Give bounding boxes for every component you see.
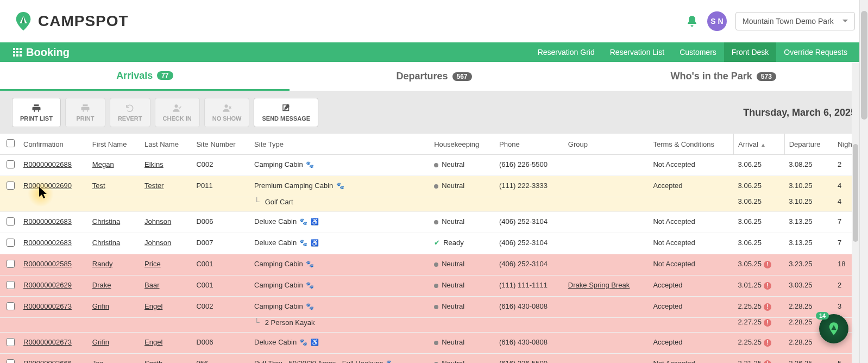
tab-whos-in-park[interactable]: Who's in the Park 573 xyxy=(578,62,868,91)
nav-override-requests[interactable]: Override Requests xyxy=(776,42,855,62)
table-row[interactable]: R00000002690TestTesterP011Premium Campin… xyxy=(0,176,868,197)
col-site-number[interactable]: Site Number xyxy=(192,134,250,155)
last-name-link[interactable]: Engel xyxy=(144,338,162,346)
nav-reservation-list[interactable]: Reservation List xyxy=(602,42,672,62)
last-name-link[interactable]: Tester xyxy=(144,182,163,190)
no-show-button[interactable]: NO SHOW xyxy=(204,98,250,127)
phone: (406) 252-3104 xyxy=(495,233,564,254)
col-departure[interactable]: Departure xyxy=(784,134,833,155)
group xyxy=(564,354,649,364)
row-checkbox[interactable] xyxy=(7,302,15,310)
first-name-link[interactable]: Grifin xyxy=(92,338,109,346)
first-name-link[interactable]: Drake xyxy=(92,281,111,289)
confirmation-link[interactable]: R00000002585 xyxy=(23,260,72,268)
tab-arrivals[interactable]: Arrivals 77 xyxy=(0,62,290,91)
first-name-link[interactable]: Joe xyxy=(92,359,104,363)
col-last-name[interactable]: Last Name xyxy=(140,134,192,155)
btn-label: REVERT xyxy=(118,115,142,122)
nav-customers[interactable]: Customers xyxy=(672,42,724,62)
last-name-link[interactable]: Engel xyxy=(144,302,162,310)
col-terms[interactable]: Terms & Conditions xyxy=(649,134,733,155)
app-grid-icon[interactable] xyxy=(13,48,22,57)
col-confirmation[interactable]: Confirmation xyxy=(19,134,88,155)
select-all-checkbox[interactable] xyxy=(7,139,15,147)
confirmation-link[interactable]: R00000002683 xyxy=(23,217,72,226)
print-button[interactable]: PRINT xyxy=(65,98,105,127)
notifications-bell-icon[interactable] xyxy=(685,15,699,28)
addon-departure: 3.10.25 xyxy=(784,197,833,212)
outer-scrollbar[interactable] xyxy=(859,0,868,363)
row-checkbox[interactable] xyxy=(7,160,15,168)
check-in-button[interactable]: CHECK IN xyxy=(155,98,200,127)
revert-button[interactable]: REVERT xyxy=(110,98,150,127)
addon-arrival: 2.27.25! xyxy=(734,318,785,333)
confirmation-link[interactable]: R00000002688 xyxy=(23,160,72,168)
table-row[interactable]: R00000002666JoeSmith056Pull Thru - 50/30… xyxy=(0,354,868,364)
table-row[interactable]: R00000002683ChristinaJohnsonD006Deluxe C… xyxy=(0,212,868,233)
col-housekeeping[interactable]: Housekeeping xyxy=(430,134,495,155)
user-avatar[interactable]: S N xyxy=(707,11,727,31)
alert-icon: ! xyxy=(764,339,771,347)
nav-reservation-grid[interactable]: Reservation Grid xyxy=(530,42,602,62)
col-site-type[interactable]: Site Type xyxy=(250,134,430,155)
row-checkbox[interactable] xyxy=(7,260,15,268)
col-first-name[interactable]: First Name xyxy=(88,134,140,155)
fab-count-badge: 14 xyxy=(816,312,829,320)
last-name-link[interactable]: Elkins xyxy=(144,160,163,168)
last-name-link[interactable]: Price xyxy=(144,260,161,268)
col-group[interactable]: Group xyxy=(564,134,649,155)
first-name-link[interactable]: Megan xyxy=(92,160,114,168)
table-row[interactable]: R00000002673GrifinEngelD006Deluxe Cabin … xyxy=(0,333,868,354)
first-name-link[interactable]: Randy xyxy=(92,260,113,268)
departure-date: 3.10.25 xyxy=(784,176,833,197)
row-checkbox[interactable] xyxy=(7,182,15,190)
last-name-link[interactable]: Smith xyxy=(144,359,162,363)
arrival-date: 3.06.25 xyxy=(734,233,785,254)
phone: (406) 252-3104 xyxy=(495,254,564,276)
confirmation-link[interactable]: R00000002673 xyxy=(23,302,72,310)
last-name-link[interactable]: Baar xyxy=(144,281,159,289)
last-name-link[interactable]: Johnson xyxy=(144,217,171,226)
first-name-link[interactable]: Christina xyxy=(92,217,120,226)
row-checkbox[interactable] xyxy=(7,281,15,289)
row-checkbox[interactable] xyxy=(7,239,15,247)
first-name-link[interactable]: Christina xyxy=(92,239,120,247)
send-message-button[interactable]: SEND MESSAGE xyxy=(254,98,318,127)
table-row[interactable]: R00000002688MeganElkinsC002Camping Cabin… xyxy=(0,155,868,176)
housekeeping-status: Neutral xyxy=(430,333,495,354)
housekeeping-status: Neutral xyxy=(430,176,495,197)
table-row[interactable]: R00000002585RandyPriceC001Camping Cabin … xyxy=(0,254,868,276)
last-name-link[interactable]: Johnson xyxy=(144,239,171,247)
nav-front-desk[interactable]: Front Desk xyxy=(724,42,776,62)
table-row[interactable]: R00000002629DrakeBaarC001Camping Cabin 🐾… xyxy=(0,276,868,297)
addon-label: └ 2 Person Kayak xyxy=(250,318,430,333)
tab-departures[interactable]: Departures 567 xyxy=(290,62,579,91)
confirmation-link[interactable]: R00000002673 xyxy=(23,338,72,346)
row-checkbox[interactable] xyxy=(7,217,15,226)
confirmation-link[interactable]: R00000002683 xyxy=(23,239,72,247)
site-type: Camping Cabin 🐾 xyxy=(250,254,430,276)
tab-count-badge: 77 xyxy=(157,71,173,80)
chat-fab[interactable]: 14 xyxy=(819,314,848,343)
group-link[interactable]: Drake Spring Break xyxy=(568,281,630,289)
terms-status: Not Accepted xyxy=(649,254,733,276)
col-phone[interactable]: Phone xyxy=(495,134,564,155)
svg-rect-5 xyxy=(20,51,22,53)
site-type: Camping Cabin 🐾 xyxy=(250,276,430,297)
confirmation-link[interactable]: R00000002690 xyxy=(23,182,72,190)
row-checkbox[interactable] xyxy=(7,338,15,346)
inner-scrollbar[interactable] xyxy=(852,62,859,363)
confirmation-link[interactable]: R00000002629 xyxy=(23,281,72,289)
row-checkbox[interactable] xyxy=(7,359,15,363)
print-list-button[interactable]: PRINT LIST xyxy=(12,98,61,127)
terms-status: Accepted xyxy=(649,176,733,197)
table-row[interactable]: R00000002673GrifinEngelC002Camping Cabin… xyxy=(0,297,868,318)
printer-icon xyxy=(80,103,90,113)
park-selector[interactable]: Mountain Town Demo Park xyxy=(735,12,855,30)
confirmation-link[interactable]: R00000002666 xyxy=(23,359,72,363)
first-name-link[interactable]: Grifin xyxy=(92,302,109,310)
first-name-link[interactable]: Test xyxy=(92,182,105,190)
table-row[interactable]: R00000002683ChristinaJohnsonD007Deluxe C… xyxy=(0,233,868,254)
col-arrival[interactable]: Arrival▲ xyxy=(734,134,785,155)
phone: (111) 111-1111 xyxy=(495,276,564,297)
